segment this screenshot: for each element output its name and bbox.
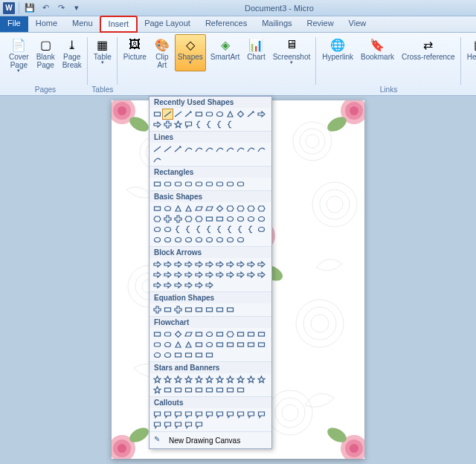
shape-item[interactable] [215, 385, 225, 395]
shape-item[interactable] [163, 350, 173, 360]
shape-item[interactable] [236, 270, 245, 280]
shape-item[interactable] [257, 329, 266, 339]
screenshot-button[interactable]: 🖥Screenshot▾ [270, 34, 314, 71]
shape-item[interactable] [215, 340, 225, 349]
picture-button[interactable]: 🖼Picture [120, 34, 149, 71]
shape-item[interactable] [205, 329, 214, 339]
shape-item[interactable] [152, 225, 162, 234]
cross-reference-button[interactable]: ⇄Cross-reference [399, 34, 458, 63]
shape-item[interactable] [184, 179, 193, 189]
tab-file[interactable]: File [0, 16, 28, 32]
shape-item[interactable] [173, 420, 183, 430]
shape-item[interactable] [236, 375, 245, 384]
shape-item[interactable] [194, 270, 204, 280]
shape-item[interactable] [194, 260, 204, 269]
shape-item[interactable] [225, 375, 235, 384]
shape-item[interactable] [194, 204, 204, 213]
shape-item[interactable] [246, 270, 256, 280]
shape-item[interactable] [215, 204, 225, 213]
shape-item[interactable] [184, 260, 193, 269]
shape-item[interactable] [236, 204, 245, 213]
shape-item[interactable] [184, 225, 193, 234]
shape-item[interactable] [194, 329, 204, 339]
shape-item[interactable] [205, 305, 214, 315]
table-button[interactable]: ▦Table▾ [91, 34, 115, 66]
qat-redo-icon[interactable]: ↷ [54, 1, 68, 15]
shape-item[interactable] [194, 420, 204, 430]
shape-item[interactable] [152, 204, 162, 213]
tab-review[interactable]: Review [300, 16, 341, 32]
shape-item[interactable] [215, 109, 225, 119]
shape-item[interactable] [236, 340, 245, 349]
shape-item[interactable] [194, 280, 204, 290]
shape-item[interactable] [215, 225, 225, 234]
shape-item[interactable] [173, 144, 183, 154]
shape-item[interactable] [215, 375, 225, 384]
tab-mailings[interactable]: Mailings [254, 16, 299, 32]
shape-item[interactable] [236, 225, 245, 234]
qat-save-icon[interactable]: 💾 [23, 1, 36, 15]
shape-item[interactable] [215, 329, 225, 339]
smartart-button[interactable]: ◈SmartArt [208, 34, 242, 71]
shape-item[interactable] [173, 235, 183, 245]
shape-item[interactable] [173, 350, 183, 360]
shape-item[interactable] [225, 225, 235, 234]
shape-item[interactable] [205, 385, 214, 395]
tab-page-layout[interactable]: Page Layout [137, 16, 198, 32]
tab-home[interactable]: Home [28, 16, 65, 32]
shape-item[interactable] [205, 280, 214, 290]
shape-item[interactable] [173, 270, 183, 280]
shape-item[interactable] [152, 305, 162, 315]
shape-item[interactable] [236, 235, 245, 245]
header-button[interactable]: ▤Header▾ [464, 34, 476, 74]
hyperlink-button[interactable]: 🌐Hyperlink [319, 34, 356, 63]
shape-item[interactable] [184, 329, 193, 339]
shape-item[interactable] [215, 410, 225, 419]
shape-item[interactable] [184, 350, 193, 360]
shape-item[interactable] [246, 410, 256, 419]
shape-item[interactable] [194, 350, 204, 360]
shape-item[interactable] [152, 340, 162, 349]
new-drawing-canvas-button[interactable]: ✎ New Drawing Canvas [149, 432, 271, 448]
shape-item[interactable] [173, 260, 183, 269]
shape-item[interactable] [152, 214, 162, 224]
shape-item[interactable] [163, 144, 173, 154]
shape-item[interactable] [163, 385, 173, 395]
shape-item[interactable] [163, 204, 173, 213]
shape-item[interactable] [173, 179, 183, 189]
shape-item[interactable] [163, 179, 173, 189]
shape-item[interactable] [152, 109, 162, 119]
shape-item[interactable] [225, 120, 235, 129]
shape-item[interactable] [173, 280, 183, 290]
shape-item[interactable] [173, 329, 183, 339]
cover-page-button[interactable]: 📄CoverPage▾ [6, 34, 32, 74]
shape-item[interactable] [225, 204, 235, 213]
shape-item[interactable] [225, 179, 235, 189]
shape-item[interactable] [246, 375, 256, 384]
shape-item[interactable] [205, 410, 214, 419]
shape-item[interactable] [152, 260, 162, 269]
shape-item[interactable] [257, 204, 266, 213]
shape-item[interactable] [184, 120, 193, 129]
shape-item[interactable] [152, 350, 162, 360]
shape-item[interactable] [257, 214, 266, 224]
shape-item[interactable] [215, 179, 225, 189]
shape-item[interactable] [173, 410, 183, 419]
shape-item[interactable] [173, 340, 183, 349]
shape-item[interactable] [184, 410, 193, 419]
shape-item[interactable] [163, 225, 173, 234]
shape-item[interactable] [184, 375, 193, 384]
shape-item[interactable] [163, 420, 173, 430]
shape-item[interactable] [184, 109, 193, 119]
shape-item[interactable] [225, 329, 235, 339]
shape-item[interactable] [184, 280, 193, 290]
tab-menu[interactable]: Menu [65, 16, 100, 32]
shape-item[interactable] [225, 214, 235, 224]
shape-item[interactable] [194, 305, 204, 315]
page-break-button[interactable]: ⤓PageBreak [60, 34, 85, 74]
shape-item[interactable] [163, 329, 173, 339]
shape-item[interactable] [246, 109, 256, 119]
shape-item[interactable] [173, 225, 183, 234]
shape-item[interactable] [163, 410, 173, 419]
shape-item[interactable] [152, 420, 162, 430]
